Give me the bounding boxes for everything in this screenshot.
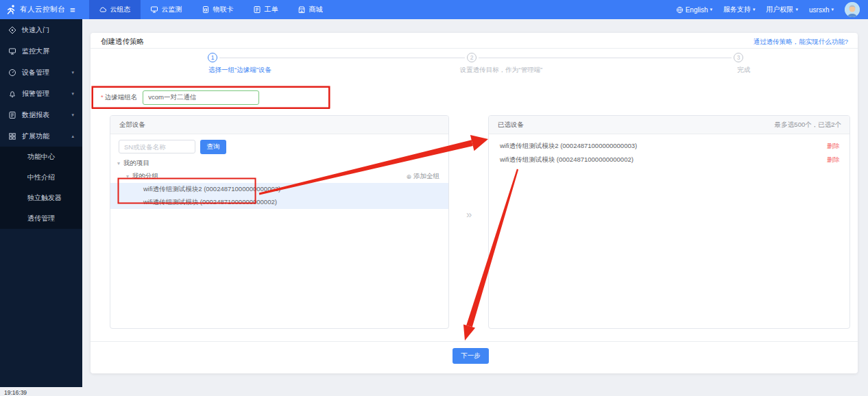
nav-iot-card[interactable]: 物联卡 xyxy=(192,0,243,19)
language-label: English xyxy=(686,6,708,14)
header-divider xyxy=(91,48,858,49)
nav-label: 物联卡 xyxy=(213,5,234,14)
selected-device-name: wifi透传组测试模块 (00024871000000000002) xyxy=(500,156,634,164)
top-nav: 云组态 云监测 物联卡 工单 xyxy=(89,0,333,19)
work-order-icon xyxy=(253,5,261,14)
page-title: 创建透传策略 xyxy=(101,37,144,47)
permission-label: 用户权限 xyxy=(767,5,794,14)
step-3-label: 完成 xyxy=(738,66,751,75)
report-icon xyxy=(8,111,16,119)
move-right-icon: » xyxy=(466,208,472,220)
selected-device-row: wifi透传组测试模块 (00024871000000000002) 删除 xyxy=(489,153,849,166)
step-1-circle: 1 xyxy=(208,53,217,62)
sidebar-subitem-neutral-intro[interactable]: 中性介绍 xyxy=(0,167,82,188)
sidebar-item-monitor-screen[interactable]: 监控大屏 xyxy=(0,40,82,62)
sidebar-subitem-label: 功能中心 xyxy=(27,152,55,162)
nav-label: 云组态 xyxy=(110,5,131,14)
username-menu[interactable]: usrsxh ▾ xyxy=(809,6,834,14)
bell-icon xyxy=(8,90,16,98)
usr-runner-logo-icon xyxy=(5,4,16,15)
nav-work-order[interactable]: 工单 xyxy=(243,0,288,19)
selected-device-name: wifi透传组测试模块2 (00024871000000000003) xyxy=(500,142,637,151)
app-title: 有人云控制台 xyxy=(20,5,65,14)
all-devices-title: 全部设备 xyxy=(119,121,145,129)
sidebar-subitem-label: 透传管理 xyxy=(27,214,55,223)
language-switcher[interactable]: English ▾ xyxy=(676,6,712,14)
chevron-down-icon: ▾ xyxy=(71,70,74,75)
tree-node-group-left: ▾ 我的分组 xyxy=(126,172,158,181)
topbar: 有人云控制台 ≡ 云组态 云监测 物联卡 xyxy=(0,0,868,19)
user-permission-menu[interactable]: 用户权限 ▾ xyxy=(767,5,799,14)
sidebar-item-quickstart[interactable]: 快速入门 xyxy=(0,19,82,40)
next-step-button[interactable]: 下一步 xyxy=(453,348,489,364)
sidebar-item-label: 数据报表 xyxy=(22,110,49,120)
device-search-input[interactable] xyxy=(119,140,195,153)
sidebar-submenu: 功能中心 中性介绍 独立触发器 透传管理 xyxy=(0,147,82,229)
selected-device-row: wifi透传组测试模块2 (00024871000000000003) 删除 xyxy=(489,139,849,153)
support-label: 服务支持 xyxy=(723,5,751,14)
step-3-circle: 3 xyxy=(734,53,743,62)
sidebar-item-device-management[interactable]: 设备管理 ▾ xyxy=(0,62,82,83)
sidebar-item-extensions[interactable]: 扩展功能 ▴ xyxy=(0,125,82,147)
sidebar-item-alarm-management[interactable]: 报警管理 ▾ xyxy=(0,83,82,104)
sidebar-item-label: 快速入门 xyxy=(22,25,49,35)
tree-node-group[interactable]: ▾ 我的分组 ⊕ 添加全组 xyxy=(110,170,448,183)
compass-icon xyxy=(8,26,16,34)
sidebar-subitem-label: 独立触发器 xyxy=(27,193,62,203)
sidebar-item-label: 扩展功能 xyxy=(22,132,49,141)
delete-link[interactable]: 删除 xyxy=(827,142,840,151)
device-search-row: 查询 xyxy=(119,140,440,154)
step-1-label: 选择一组“边缘端”设备 xyxy=(208,66,272,75)
sidebar-subitem-standalone-trigger[interactable]: 独立触发器 xyxy=(0,188,82,208)
tree-node-project[interactable]: ▾ 我的项目 xyxy=(110,157,448,170)
sidebar-item-label: 报警管理 xyxy=(22,89,49,99)
sidebar-subitem-function-center[interactable]: 功能中心 xyxy=(0,147,82,167)
tree-device-row[interactable]: wifi透传组测试模块2 (00024871000000000003) xyxy=(110,183,448,196)
sidebar: 快速入门 监控大屏 设备管理 ▾ 报警管理 ▾ xyxy=(0,19,82,387)
step-2-label: 设置透传目标，作为“管理端” xyxy=(460,66,542,75)
selection-limit-text: 最多选500个，已选2个 xyxy=(775,121,841,129)
big-screen-icon xyxy=(8,47,16,55)
selected-devices-header: 已选设备 最多选500个，已选2个 xyxy=(489,116,849,134)
chevron-down-icon: ▾ xyxy=(71,91,74,97)
selected-devices-title: 已选设备 xyxy=(498,121,524,129)
all-devices-panel: 全部设备 查询 ▾ 我的项目 ▾ 我的分组 ⊕ 添加全组 wifi透传组测试模块… xyxy=(110,115,449,329)
chevron-down-icon: ▾ xyxy=(710,7,712,12)
nav-label: 工单 xyxy=(265,5,278,14)
sidebar-subitem-label: 中性介绍 xyxy=(27,173,55,182)
avatar[interactable] xyxy=(845,2,860,17)
sidebar-item-label: 设备管理 xyxy=(22,68,49,77)
chevron-down-icon: ▾ xyxy=(753,7,756,12)
selected-devices-panel: 已选设备 最多选500个，已选2个 wifi透传组测试模块2 (00024871… xyxy=(488,115,850,329)
step-connector-2 xyxy=(479,58,732,58)
delete-link[interactable]: 删除 xyxy=(827,156,840,164)
cloud-icon xyxy=(99,5,107,14)
chevron-down-icon: ▾ xyxy=(831,7,834,12)
recording-timestamp: 19:16:39 xyxy=(4,389,27,396)
tree-device-row[interactable]: wifi透传组测试模块 (00024871000000000002) xyxy=(110,196,448,209)
nav-label: 商城 xyxy=(309,5,323,14)
grid-icon xyxy=(8,132,16,140)
search-button[interactable]: 查询 xyxy=(200,140,226,154)
plus-circle-icon: ⊕ xyxy=(406,173,411,180)
service-support-menu[interactable]: 服务支持 ▾ xyxy=(723,5,756,14)
nav-cloud-config[interactable]: 云组态 xyxy=(89,0,141,19)
menu-collapse-icon[interactable]: ≡ xyxy=(70,5,75,14)
chevron-down-icon: ▾ xyxy=(71,112,74,118)
nav-mall[interactable]: 商城 xyxy=(288,0,333,19)
sim-card-icon xyxy=(202,5,210,14)
help-link[interactable]: 通过透传策略，能实现什么功能? xyxy=(754,38,848,47)
store-icon xyxy=(298,5,306,14)
caret-down-icon: ▾ xyxy=(117,160,120,166)
add-all-label: 添加全组 xyxy=(413,172,439,181)
required-asterisk: * xyxy=(101,93,104,101)
topbar-left: 有人云控制台 ≡ 云组态 云监测 物联卡 xyxy=(0,0,333,19)
add-all-group-button[interactable]: ⊕ 添加全组 xyxy=(406,172,439,181)
sidebar-subitem-passthrough-management[interactable]: 透传管理 xyxy=(0,208,82,229)
group-name-input[interactable] xyxy=(143,90,259,105)
tree-node-label: 我的分组 xyxy=(132,172,158,181)
group-name-label: *边缘端组名 xyxy=(101,93,137,102)
all-devices-header: 全部设备 xyxy=(110,116,448,134)
sidebar-item-data-report[interactable]: 数据报表 ▾ xyxy=(0,104,82,125)
nav-cloud-monitor[interactable]: 云监测 xyxy=(141,0,192,19)
